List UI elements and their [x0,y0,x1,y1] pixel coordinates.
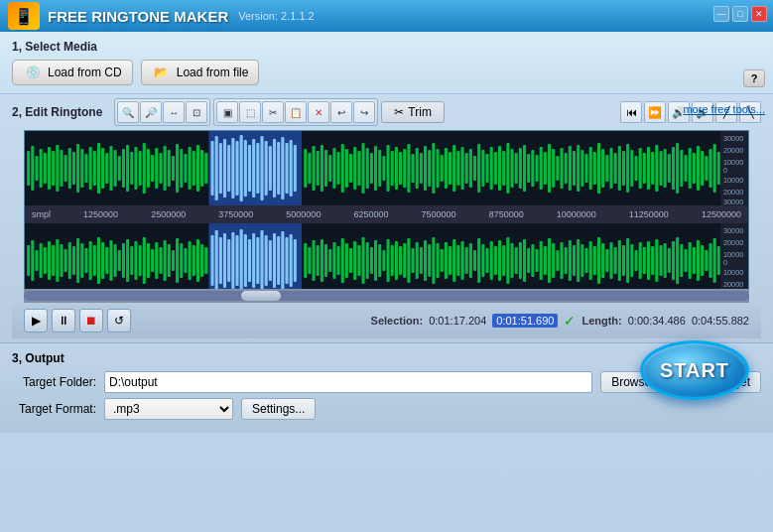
waveform-container[interactable]: 30000 20000 10000 0 10000 20000 30000 sm… [24,130,749,289]
svg-rect-38 [180,149,183,188]
load-from-cd-button[interactable]: 💿 Load from CD [12,60,133,85]
zoom-in-button[interactable]: 🔍 [117,101,139,123]
svg-text:10000: 10000 [723,269,743,277]
svg-rect-198 [84,248,87,273]
svg-rect-47 [215,136,218,200]
svg-rect-52 [235,141,238,196]
svg-rect-138 [597,143,600,194]
svg-rect-235 [240,229,243,292]
svg-text:10000: 10000 [723,251,743,259]
cut-button[interactable]: ✂ [262,101,284,123]
zoom-fit-button[interactable]: ↔ [163,101,185,123]
svg-rect-331 [643,247,646,274]
svg-rect-272 [399,246,402,275]
svg-rect-215 [155,242,158,279]
svg-rect-291 [477,238,480,283]
svg-rect-188 [44,247,47,274]
pause-button[interactable]: ⏸ [52,309,75,332]
app-logo: 📱 [8,2,40,30]
svg-rect-17 [93,151,96,186]
play-begin-button[interactable]: ⏮ [620,101,642,123]
svg-rect-320 [597,237,600,284]
section-output: 3, Output Target Folder: Browse... Find … [0,343,773,433]
maximize-button[interactable]: □ [732,6,748,22]
svg-rect-114 [498,146,501,191]
refresh-button[interactable]: ↺ [107,309,131,332]
settings-button[interactable]: Settings... [241,398,316,420]
svg-rect-199 [89,241,92,280]
svg-rect-238 [252,233,255,288]
target-folder-label: Target Folder: [12,375,96,389]
svg-rect-243 [273,233,276,288]
svg-rect-34 [164,146,167,191]
minimize-button[interactable]: — [713,6,729,22]
svg-rect-332 [647,241,650,280]
undo-button[interactable]: ↩ [330,101,352,123]
svg-rect-63 [281,137,284,200]
scrollbar-thumb[interactable] [241,291,281,301]
svg-rect-242 [269,240,272,281]
svg-rect-102 [449,152,451,185]
svg-rect-142 [614,153,617,184]
copy-button[interactable]: 📋 [285,101,307,123]
svg-rect-193 [64,249,67,272]
load-from-file-button[interactable]: 📂 Load from file [141,60,260,85]
length-label: Length: [581,315,621,327]
svg-rect-299 [510,243,513,278]
svg-rect-149 [643,153,646,184]
length-value: 0:00:34.486 [628,315,686,327]
svg-rect-4 [40,149,43,188]
svg-rect-6 [48,147,51,190]
play-button[interactable]: ▶ [24,309,48,332]
svg-rect-221 [180,243,183,278]
select-region-button[interactable]: ⬚ [239,101,261,123]
svg-rect-349 [717,246,720,275]
svg-text:10000: 10000 [723,159,743,167]
svg-rect-154 [664,149,667,188]
start-button[interactable]: START [640,340,749,400]
trim-button[interactable]: ✂ Trim [381,101,445,123]
time-info: Selection: 0:01:17.204 0:01:51.690 ✓ Len… [371,313,749,329]
playback-controls: ▶ ⏸ ⏹ ↺ [24,309,131,332]
svg-rect-7 [52,151,55,186]
svg-text:0: 0 [723,259,727,267]
delete-button[interactable]: ✕ [308,101,329,123]
help-button[interactable]: ? [743,69,765,87]
svg-rect-20 [105,153,108,184]
more-tools-link[interactable]: more free tools... [683,103,765,115]
close-button[interactable]: ✕ [751,6,767,22]
svg-rect-211 [139,245,142,276]
cd-icon: 💿 [23,65,43,80]
svg-rect-56 [252,139,255,198]
svg-rect-343 [693,247,696,274]
svg-rect-66 [294,145,297,192]
play-forward-button[interactable]: ⏩ [644,101,666,123]
svg-rect-68 [308,153,311,184]
svg-rect-50 [227,145,230,192]
svg-rect-19 [101,148,104,189]
svg-rect-160 [689,148,692,189]
svg-rect-226 [200,244,203,277]
svg-rect-74 [332,148,335,189]
target-format-select[interactable]: .mp3 .wav .ogg .aac [104,398,233,420]
svg-rect-145 [626,144,629,193]
svg-rect-295 [494,246,497,275]
zoom-reset-button[interactable]: ⊡ [186,101,207,123]
svg-rect-69 [313,146,316,191]
select-all-button[interactable]: ▣ [216,101,238,123]
redo-button[interactable]: ↪ [353,101,375,123]
waveform-scrollbar[interactable] [24,289,749,303]
svg-rect-337 [668,248,671,273]
svg-rect-189 [48,241,51,280]
svg-rect-90 [399,152,402,185]
total-length-value: 0:04:55.882 [692,315,749,327]
target-folder-input[interactable] [104,371,592,393]
svg-rect-316 [580,244,583,277]
svg-rect-218 [168,244,171,277]
stop-button[interactable]: ⏹ [79,309,103,332]
svg-rect-311 [560,242,563,279]
zoom-out-button[interactable]: 🔎 [140,101,162,123]
svg-rect-265 [370,247,373,274]
playback-bar: ▶ ⏸ ⏹ ↺ Selection: 0:01:17.204 0:01:51.6… [12,303,761,338]
svg-rect-330 [639,242,642,279]
